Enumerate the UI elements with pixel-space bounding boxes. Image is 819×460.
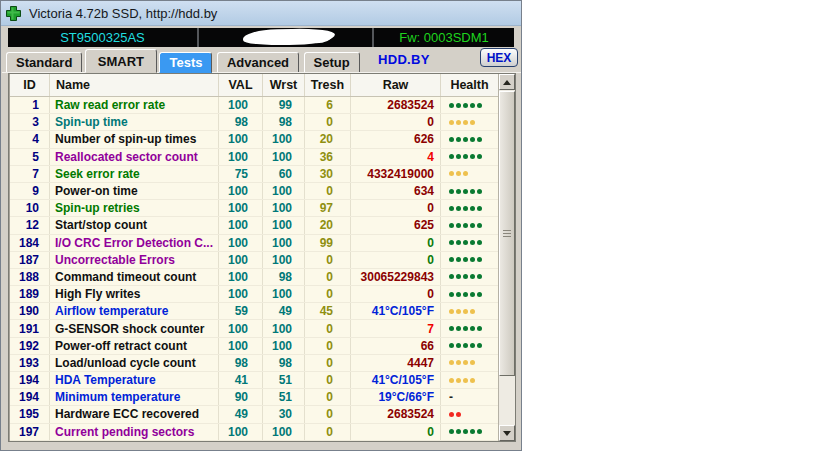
table-row[interactable]: 12Start/stop count10010020625: [10, 217, 498, 234]
cell-id: 197: [10, 424, 50, 440]
cell-name: Minimum temperature: [50, 389, 219, 405]
cell-wrst: 100: [263, 200, 305, 216]
table-row[interactable]: 187Uncorrectable Errors10010000: [10, 252, 498, 269]
health-dot: [456, 206, 461, 211]
health-dot: [470, 326, 475, 331]
health-dot: [470, 189, 475, 194]
hex-button[interactable]: HEX: [480, 48, 518, 67]
cell-tresh: 0: [305, 355, 351, 371]
table-row[interactable]: 193Load/unload cycle count989804447: [10, 355, 498, 372]
table-row[interactable]: 10Spin-up retries100100970: [10, 200, 498, 217]
cell-val: 100: [219, 338, 263, 354]
health-dot: [456, 103, 461, 108]
table-row[interactable]: 190Airflow temperature59494541°C/105°F: [10, 303, 498, 320]
cell-health: [441, 320, 498, 336]
cell-val: 98: [219, 355, 263, 371]
column-header-wrst: Wrst: [263, 74, 305, 96]
title-bar[interactable]: Victoria 4.72b SSD, http://hdd.by: [1, 1, 521, 26]
cell-id: 194: [10, 372, 50, 388]
health-dot: [463, 103, 468, 108]
table-body: 1Raw read error rate10099626835243Spin-u…: [10, 97, 498, 441]
table-row[interactable]: 191G-SENSOR shock counter10010007: [10, 320, 498, 337]
table-row[interactable]: 192Power-off retract count100100066: [10, 338, 498, 355]
cell-id: 9: [10, 183, 50, 199]
cell-health: [441, 286, 498, 302]
drive-firmware: Fw: 0003SDM1: [374, 28, 514, 47]
health-dot: [456, 326, 461, 331]
tab-tests[interactable]: Tests: [159, 52, 212, 73]
cell-wrst: 98: [263, 355, 305, 371]
cell-val: 100: [219, 235, 263, 251]
column-header-tresh: Tresh: [305, 74, 351, 96]
health-dot: [470, 103, 475, 108]
table-row[interactable]: 184I/O CRC Error Detection C...100100990: [10, 235, 498, 252]
scroll-down-button[interactable]: [499, 425, 515, 441]
tab-advanced[interactable]: Advanced: [217, 52, 299, 73]
cell-wrst: 100: [263, 131, 305, 147]
tab-setup[interactable]: Setup: [304, 52, 360, 73]
hddby-brand-link[interactable]: HDD.BY: [378, 52, 430, 67]
table-row[interactable]: 189High Fly writes10010000: [10, 286, 498, 303]
cell-health: [441, 131, 498, 147]
cell-tresh: 0: [305, 406, 351, 422]
cell-val: 100: [219, 183, 263, 199]
health-dot: [470, 309, 475, 314]
table-row[interactable]: 195Hardware ECC recovered493002683524: [10, 406, 498, 423]
health-dot: [470, 378, 475, 383]
cell-val: 41: [219, 372, 263, 388]
cell-raw: 0: [351, 200, 441, 216]
tab-smart[interactable]: SMART: [85, 49, 157, 73]
table-row[interactable]: 197Current pending sectors10010000: [10, 424, 498, 441]
cell-val: 100: [219, 286, 263, 302]
table-row[interactable]: 7Seek error rate7560304332419000: [10, 166, 498, 183]
table-row[interactable]: 3Spin-up time989800: [10, 114, 498, 131]
table-row[interactable]: 9Power-on time1001000634: [10, 183, 498, 200]
cell-val: 100: [219, 200, 263, 216]
tab-standard[interactable]: Standard: [6, 52, 82, 73]
cell-wrst: 100: [263, 286, 305, 302]
cell-raw: 625: [351, 217, 441, 233]
health-dot: [470, 137, 475, 142]
cell-id: 184: [10, 235, 50, 251]
cell-raw: 0: [351, 424, 441, 440]
cell-name: Spin-up time: [50, 114, 219, 130]
cell-id: 195: [10, 406, 50, 422]
cell-name: Uncorrectable Errors: [50, 252, 219, 268]
health-dot: [449, 257, 454, 262]
vertical-scrollbar[interactable]: [498, 74, 515, 441]
column-header-health: Health: [441, 74, 498, 96]
scrollbar-thumb[interactable]: [499, 91, 515, 376]
table-row[interactable]: 194HDA Temperature4151041°C/105°F: [10, 372, 498, 389]
cell-val: 90: [219, 389, 263, 405]
cell-val: 100: [219, 320, 263, 336]
cell-name: Seek error rate: [50, 166, 219, 182]
health-dot: [463, 326, 468, 331]
health-dot: [470, 240, 475, 245]
scroll-up-button[interactable]: [499, 74, 515, 90]
cell-raw: 7: [351, 320, 441, 336]
cell-health: [441, 338, 498, 354]
cell-health: -: [441, 389, 498, 405]
cell-wrst: 100: [263, 149, 305, 165]
cell-wrst: 51: [263, 389, 305, 405]
cell-tresh: 0: [305, 252, 351, 268]
health-dot: [456, 309, 461, 314]
cell-raw: 626: [351, 131, 441, 147]
health-dot: [470, 154, 475, 159]
table-row[interactable]: 1Raw read error rate1009962683524: [10, 97, 498, 114]
health-dot: [463, 171, 468, 176]
cell-val: 100: [219, 217, 263, 233]
table-row[interactable]: 5Reallocated sector count100100364: [10, 149, 498, 166]
table-row[interactable]: 194Minimum temperature9051019°C/66°F-: [10, 389, 498, 406]
health-dot: [477, 137, 482, 142]
cell-health: [441, 424, 498, 440]
cell-health: [441, 406, 498, 422]
health-dot: [477, 429, 482, 434]
cell-val: 49: [219, 406, 263, 422]
health-dot: [456, 274, 461, 279]
cell-id: 4: [10, 131, 50, 147]
table-row[interactable]: 188Command timeout count1009803006522984…: [10, 269, 498, 286]
table-row[interactable]: 4Number of spin-up times10010020626: [10, 131, 498, 148]
health-dot: [470, 120, 475, 125]
cell-wrst: 49: [263, 303, 305, 319]
